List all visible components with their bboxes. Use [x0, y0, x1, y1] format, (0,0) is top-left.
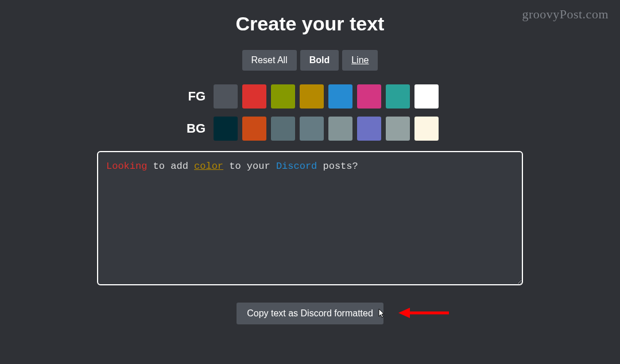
fg-swatch-gray[interactable] [214, 84, 238, 109]
editor-segment[interactable]: to add [147, 161, 194, 172]
bg-swatch-darkteal[interactable] [214, 117, 238, 141]
text-editor[interactable]: Looking to add color to your Discord pos… [97, 151, 523, 285]
annotation-arrow-icon [398, 305, 450, 323]
fg-swatch-yellow[interactable] [300, 84, 324, 109]
bg-swatch-bluegray[interactable] [328, 117, 352, 141]
bg-label: BG [181, 121, 206, 136]
bg-swatch-row: BG [0, 117, 620, 141]
line-button[interactable]: Line [342, 50, 378, 71]
bg-swatch-slate[interactable] [271, 117, 295, 141]
fg-label: FG [181, 89, 206, 104]
bg-swatch-cream[interactable] [414, 117, 439, 141]
editor-segment[interactable]: Looking [106, 161, 147, 172]
fg-swatch-row: FG [0, 84, 620, 109]
bold-button[interactable]: Bold [300, 50, 339, 71]
fg-swatch-olive[interactable] [271, 84, 295, 109]
bg-swatch-orange[interactable] [242, 117, 266, 141]
fg-swatch-white[interactable] [414, 84, 439, 109]
svg-marker-1 [398, 308, 410, 318]
editor-segment[interactable]: Discord [276, 161, 317, 172]
fg-swatch-red[interactable] [242, 84, 266, 109]
watermark-text: groovyPost.com [522, 7, 609, 22]
bg-swatch-indigo[interactable] [357, 117, 381, 141]
editor-segment[interactable]: posts? [317, 161, 358, 172]
copy-button[interactable]: Copy text as Discord formatted [237, 303, 383, 324]
fg-swatch-magenta[interactable] [357, 84, 381, 109]
bg-swatch-lightgray[interactable] [386, 117, 410, 141]
bg-swatch-gray[interactable] [300, 117, 324, 141]
fg-swatch-blue[interactable] [328, 84, 352, 109]
toolbar: Reset All Bold Line [0, 50, 620, 71]
editor-segment[interactable]: to your [223, 161, 276, 172]
fg-swatch-cyan[interactable] [386, 84, 410, 109]
editor-segment[interactable]: color [194, 161, 223, 172]
reset-all-button[interactable]: Reset All [242, 50, 297, 71]
